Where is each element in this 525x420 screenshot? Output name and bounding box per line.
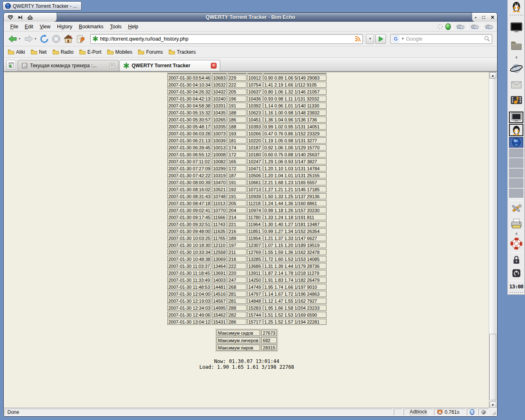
tab-qwerty-tracker[interactable]: QWERTY Torrent Tracker × — [119, 60, 220, 71]
table-cell: 11765 — [212, 235, 227, 241]
folder-icon — [79, 49, 86, 55]
menu-item-help[interactable]: Help — [125, 23, 142, 31]
empty-task-slot — [509, 148, 523, 158]
panel-collapse-arrow[interactable] — [507, 231, 525, 236]
panel-clock[interactable]: 13:08 — [507, 283, 525, 290]
adblock-panel[interactable]: Adblock — [404, 409, 433, 415]
table-row: 2007-01-30 06:21:1310039181102201.19 1.0… — [167, 137, 326, 144]
launcher-mail[interactable] — [507, 80, 525, 90]
status-orb-icon[interactable] — [445, 23, 451, 30]
vertical-scrollbar[interactable]: ▲ ▼ — [489, 72, 496, 408]
table-cell: 10082 — [212, 158, 227, 164]
menu-item-history[interactable]: History — [54, 23, 75, 31]
search-icon[interactable] — [484, 36, 490, 42]
scroll-up-arrow[interactable]: ▲ — [489, 72, 496, 79]
menu-item-edit[interactable]: Edit — [21, 23, 37, 31]
table-row: 2007-01-30 09:32:5111743221119641.30 1.4… — [167, 221, 326, 227]
menu-item-view[interactable]: View — [37, 23, 54, 31]
url-history-dropdown[interactable]: ▼ — [366, 34, 374, 44]
launcher-multimedia[interactable] — [507, 94, 525, 107]
launcher-utilities[interactable] — [507, 203, 525, 215]
table-cell: 13686 — [247, 263, 262, 269]
launcher-browser-globe[interactable] — [507, 62, 525, 75]
bookmark-aliki[interactable]: Aliki — [8, 49, 25, 55]
table-cell: 10393 — [247, 123, 262, 130]
minimize-button[interactable]: ▪ — [475, 15, 477, 20]
table-cell: 214 — [228, 214, 247, 220]
bookmark-label: Radio — [61, 49, 73, 55]
task-button-firefox-active[interactable] — [509, 137, 523, 148]
resize-grip[interactable] — [490, 409, 496, 415]
home-button[interactable] — [63, 33, 74, 45]
panel-collapse-arrow[interactable] — [507, 55, 525, 60]
table-cell: 1.30 1.40 1.27 1/181 13487 — [263, 221, 326, 227]
menu-item-file[interactable]: File — [7, 23, 21, 31]
browser-window: QWERTY Torrent Tracker - Bon Echo ▪ □ × … — [3, 12, 498, 417]
close-button[interactable]: × — [491, 14, 494, 21]
summary-row: Максимум личеров682 — [217, 337, 277, 343]
weather-cloud-icon[interactable] — [455, 23, 465, 30]
logout-button[interactable] — [507, 268, 525, 278]
separator — [482, 23, 482, 30]
table-cell: 2007-01-30 12:04:00 — [167, 291, 211, 297]
back-button[interactable]: ▼ — [7, 33, 22, 45]
bookmark-trackers[interactable]: Trackers — [169, 49, 196, 55]
tab-close-icon[interactable]: × — [109, 63, 115, 68]
launcher-printer[interactable] — [507, 218, 525, 230]
switchproxy-panel[interactable]: S — [467, 409, 477, 415]
weather-cloud-icon[interactable] — [470, 23, 479, 30]
menu-item-bookmarks[interactable]: Bookmarks — [75, 23, 107, 31]
bookmark-label: Mobiles — [115, 49, 132, 55]
bookmark-net[interactable]: Net — [31, 49, 47, 55]
adblock-status-panel[interactable] — [478, 409, 489, 415]
launcher-file-manager[interactable] — [507, 39, 525, 52]
launcher-help[interactable] — [507, 237, 525, 250]
bookmark-forums[interactable]: Forums — [138, 49, 163, 55]
scrapbook-button[interactable] — [75, 33, 87, 45]
search-bar[interactable]: G ▼ — [390, 34, 492, 44]
tab-list-button[interactable] — [6, 60, 16, 70]
rss-feed-icon[interactable] — [355, 36, 361, 42]
taskbar-window-button[interactable]: QWERTY Torrent Tracker - ... — [2, 1, 82, 11]
table-cell: 1.20 1.10 1.03 1/131 14784 — [263, 165, 326, 171]
back-history-caret[interactable]: ▼ — [18, 37, 21, 40]
table-row: 2007-01-30 13:04:1215431286157171.25 1.5… — [167, 319, 326, 325]
window-menu-icon[interactable] — [7, 15, 14, 20]
launcher-console[interactable] — [507, 21, 525, 34]
table-cell: 281 — [228, 298, 247, 304]
bookmark-mobiles[interactable]: Mobiles — [107, 49, 132, 55]
kmenu-button[interactable] — [507, 0, 525, 13]
panel-drag-handle[interactable] — [510, 292, 523, 293]
weather-cloud-icon[interactable] — [484, 23, 494, 30]
forward-button[interactable]: ▼ — [23, 33, 38, 45]
task-button-penguin-app[interactable] — [509, 124, 523, 136]
panel-drag-handle[interactable] — [510, 15, 523, 16]
search-input[interactable] — [406, 36, 482, 42]
search-engine-caret[interactable]: ▼ — [401, 37, 404, 41]
scrollbar-thumb[interactable] — [489, 334, 496, 400]
maximize-button[interactable]: □ — [482, 14, 485, 20]
table-cell: 2007-01-30 04:58:38 — [167, 103, 211, 109]
task-button-terminal[interactable] — [509, 112, 523, 123]
reload-button[interactable] — [39, 33, 50, 45]
table-cell: 2007-01-30 06:21:13 — [167, 137, 211, 144]
fasterfox-timer-panel[interactable]: 0.761s — [434, 409, 466, 415]
table-cell: 1.07 1.15 1.20 1/189 19519 — [263, 242, 326, 248]
pin-window-icon[interactable] — [17, 15, 23, 20]
lock-screen-button[interactable] — [507, 255, 525, 265]
menu-item-tools[interactable]: Tools — [107, 23, 125, 31]
url-bar[interactable] — [90, 34, 363, 44]
tab-tracker-team[interactable]: P Текущая команда трекера :... × — [18, 60, 119, 71]
tab-close-icon[interactable]: × — [211, 63, 217, 68]
shade-window-icon[interactable] — [27, 15, 33, 20]
search-engine-icon[interactable]: G — [393, 36, 399, 42]
title-bar[interactable]: QWERTY Torrent Tracker - Bon Echo ▪ □ × — [4, 13, 497, 22]
bookmark-radio[interactable]: Radio — [52, 49, 73, 55]
stop-button[interactable] — [51, 33, 62, 45]
bookmark-e-port[interactable]: E-Port — [79, 49, 101, 55]
table-cell: 222 — [228, 82, 247, 88]
table-cell: 13911 — [247, 270, 262, 276]
forward-history-caret[interactable]: ▼ — [34, 37, 37, 40]
url-input[interactable] — [100, 36, 353, 42]
go-button[interactable] — [375, 34, 386, 44]
